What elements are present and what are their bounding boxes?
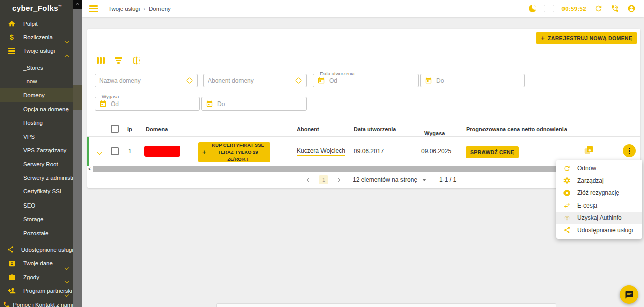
menu-item-uzyskaj-authinfo[interactable]: Uzyskaj Authinfo (556, 212, 642, 224)
phone-chat-icon (0, 301, 13, 307)
briefcase-icon (0, 273, 23, 281)
sidebar-item-certyfikaty-ssl[interactable]: Certyfikaty SSL (0, 185, 73, 198)
created-to-input[interactable] (432, 77, 524, 84)
row-checkbox[interactable] (111, 147, 119, 155)
menu-item-udostepnianie[interactable]: Udostępnianie usługi (556, 224, 642, 237)
menu-item-zarzadzaj[interactable]: Zarządzaj (556, 175, 642, 187)
plus-icon: + (541, 34, 545, 42)
column-lp: lp (127, 126, 132, 132)
column-abonent: Abonent (297, 126, 319, 132)
breadcrumb-separator: › (143, 6, 145, 12)
page-number[interactable]: 1 (319, 175, 328, 184)
per-page-caret-icon[interactable] (422, 179, 426, 181)
sidebar: cyber_Folks™ Pulpit $ Rozliczenia Twoje … (0, 0, 73, 307)
buy-ssl-button[interactable]: + KUP CERTYFIKAT SSL TERAZ TYLKO 29 ZŁ/R… (198, 142, 270, 162)
breadcrumb: Twoje usługi › Domeny (108, 6, 171, 12)
refresh-icon (563, 165, 571, 172)
scroll-left-icon[interactable]: < (88, 166, 91, 172)
chat-fab-button[interactable] (620, 285, 638, 304)
row-lp: 1 (128, 148, 132, 155)
sidebar-scrollbar-thumb[interactable] (73, 85, 82, 110)
share-icon (563, 226, 571, 234)
target-icon[interactable] (186, 77, 193, 84)
fingerprint-icon (563, 214, 571, 222)
row-expand-icon[interactable] (98, 149, 101, 156)
chevron-down-icon (65, 276, 68, 285)
check-price-button[interactable]: SPRAWDŹ CENĘ (466, 146, 519, 158)
subscriber-input[interactable] (204, 77, 296, 84)
sidebar-item-rozliczenia[interactable]: $ Rozliczenia (0, 30, 73, 44)
sidebar-item-vps-zarzadzany[interactable]: VPS Zarządzany (0, 144, 73, 157)
calendar-icon[interactable] (317, 77, 325, 84)
sidebar-scrollbar[interactable] (73, 0, 82, 307)
subscriber-link[interactable]: Kuczera Wojciech (297, 147, 345, 156)
created-date-label: Data utworzenia (318, 71, 357, 76)
sidebar-item-seo[interactable]: SEO (0, 198, 73, 212)
sidebar-item-program-partnerski[interactable]: Program partnerski (0, 284, 73, 297)
prev-page-icon[interactable] (307, 177, 312, 182)
created-from-input[interactable] (325, 77, 418, 84)
scroll-up-button[interactable] (73, 0, 82, 9)
expires-from-input[interactable] (107, 100, 199, 108)
target-icon[interactable] (295, 77, 302, 84)
sidebar-item-twoje-dane[interactable]: Twoje dane (0, 257, 73, 270)
sidebar-item-serwery-root[interactable]: Serwery Root (0, 157, 73, 171)
sidebar-item-domeny[interactable]: Domeny (0, 88, 73, 102)
sidebar-item-storage[interactable]: Storage (0, 212, 73, 226)
subscriber-filter (203, 74, 307, 87)
sidebar-nav: Pulpit $ Rozliczenia Twoje usługi _Store… (0, 17, 73, 307)
cancel-icon (563, 189, 571, 197)
sidebar-item-serwery-z-administracja[interactable]: Serwery z administracją (0, 171, 73, 184)
calendar-icon[interactable] (425, 77, 432, 84)
menu-item-zloz-rezygnacje[interactable]: Złóż rezygnację (556, 187, 642, 199)
sidebar-item-pozostale[interactable]: Pozostałe (0, 226, 73, 240)
expires-to-filter (201, 97, 307, 111)
gear-icon (563, 177, 571, 184)
calendar-icon[interactable] (99, 100, 107, 108)
menu-toggle-icon[interactable] (89, 5, 98, 12)
columns-icon[interactable] (97, 57, 105, 64)
account-icon[interactable] (627, 4, 636, 13)
plus-icon: + (202, 147, 206, 157)
column-domena: Domena (146, 126, 168, 132)
duplicate-plus-icon[interactable] (583, 145, 594, 156)
expires-to-input[interactable] (213, 100, 306, 108)
sidebar-item-now[interactable]: _now (0, 75, 73, 88)
person-add-icon (0, 287, 23, 295)
chevron-down-icon (65, 36, 68, 45)
sidebar-item-pomoc-kontakt[interactable]: Pomoc i Kontakt z nami (0, 298, 73, 307)
language-flag-icon[interactable] (544, 5, 554, 12)
register-domain-button[interactable]: + ZAREJESTRUJ NOWĄ DOMENĘ (536, 32, 637, 44)
sidebar-item-twoje-uslugi[interactable]: Twoje usługi (0, 44, 73, 58)
transfer-icon (563, 201, 571, 209)
phone-icon[interactable] (611, 4, 619, 13)
flip-columns-icon[interactable] (132, 56, 141, 65)
row-created: 09.06.2017 (354, 148, 384, 155)
domain-name-input[interactable] (95, 77, 187, 84)
pagination-range: 1-1 / 1 (439, 176, 456, 183)
sidebar-item-udostepnione-uslugi[interactable]: Udostępnione usługi (0, 243, 73, 256)
row-actions-menu-button[interactable] (623, 144, 636, 157)
dollar-icon: $ (0, 33, 23, 41)
sidebar-item-opcja-na-domene[interactable]: Opcja na domenę (0, 102, 73, 116)
redacted-domain (144, 146, 180, 157)
sidebar-item-stores[interactable]: _Stores (0, 61, 73, 74)
refresh-icon[interactable] (594, 4, 603, 13)
list-icon (0, 48, 23, 54)
menu-item-odnow[interactable]: Odnów (556, 162, 642, 175)
next-page-icon[interactable] (336, 177, 341, 182)
sidebar-item-hosting[interactable]: Hosting (0, 116, 73, 130)
menu-item-e-cesja[interactable]: E-cesja (556, 199, 642, 212)
calendar-icon[interactable] (206, 100, 213, 108)
per-page-select[interactable]: 12 elementów na stronę (353, 176, 417, 183)
sidebar-item-pulpit[interactable]: Pulpit (0, 17, 73, 30)
partial-popup-edge (216, 303, 556, 307)
filter-icon[interactable] (115, 57, 122, 64)
table-header: lp Domena Abonent Data utworzenia Wygasa… (87, 122, 640, 137)
dark-mode-icon[interactable] (529, 5, 536, 12)
breadcrumb-parent[interactable]: Twoje usługi (108, 6, 140, 12)
table-tools (97, 56, 141, 65)
select-all-checkbox[interactable] (111, 125, 119, 133)
sidebar-item-vps[interactable]: VPS (0, 130, 73, 143)
sidebar-item-zgody[interactable]: Zgody (0, 270, 73, 284)
